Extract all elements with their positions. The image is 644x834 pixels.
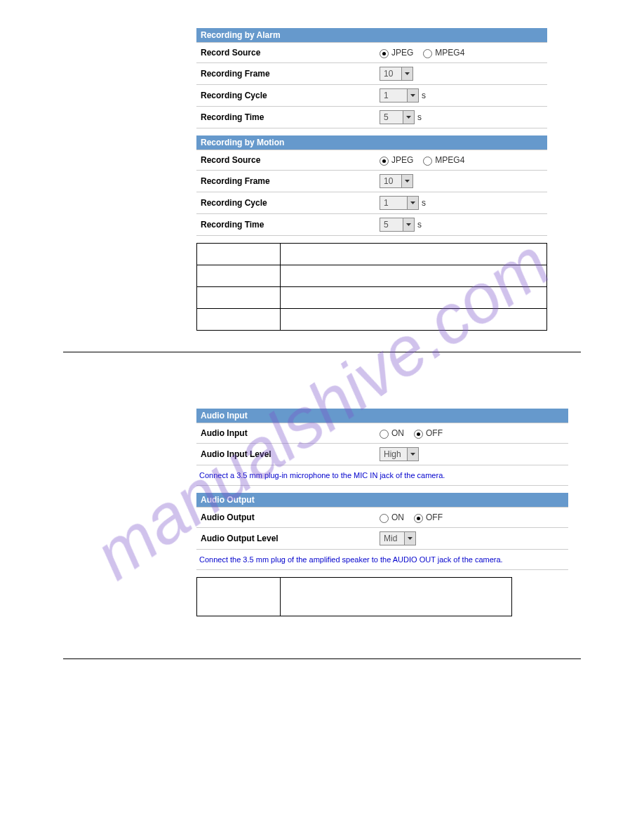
select-value: 5 [380,218,403,231]
panel-recording-by-motion: Recording by Motion Record Source JPEG M… [196,135,547,236]
select-audio-output-level[interactable]: Mid [380,531,416,545]
row-recording-cycle: Recording Cycle 1 s [196,84,547,106]
radio-label-mpeg4: MPEG4 [435,48,464,58]
select-recording-time[interactable]: 5 [380,110,415,124]
select-recording-cycle[interactable]: 1 [380,88,419,102]
table-cell [197,287,281,309]
panel-recording-by-alarm: Recording by Alarm Record Source JPEG MP… [196,28,547,128]
radio-label-off: OFF [426,428,443,438]
svg-marker-4 [410,201,415,204]
section-divider [63,658,581,659]
row-audio-output-level: Audio Output Level Mid [196,527,568,549]
select-recording-frame[interactable]: 10 [380,174,413,188]
panel-audio-output: Audio Output Audio Output ON OFF Audio O… [196,493,568,570]
select-value: 1 [380,89,407,102]
row-recording-frame: Recording Frame 10 [196,62,547,84]
svg-marker-6 [410,453,415,456]
radio-label-jpeg: JPEG [391,48,413,58]
select-audio-input-level[interactable]: High [380,447,419,461]
suffix-s: s [417,220,422,230]
svg-marker-1 [410,94,415,97]
section-divider [63,352,581,352]
row-recording-frame: Recording Frame 10 [196,170,547,192]
row-record-source: Record Source JPEG MPEG4 [196,42,547,62]
label-recording-cycle: Recording Cycle [201,91,380,100]
select-recording-cycle[interactable]: 1 [380,196,419,210]
description-table [196,243,547,331]
note-audio-output: Connect the 3.5 mm plug of the amplified… [196,549,568,569]
select-recording-frame[interactable]: 10 [380,67,413,81]
row-record-source: Record Source JPEG MPEG4 [196,150,547,170]
description-table-2 [196,577,512,616]
chevron-down-icon [401,175,412,187]
label-recording-cycle: Recording Cycle [201,198,380,208]
radio-off[interactable] [414,430,423,439]
row-audio-input: Audio Input ON OFF [196,423,568,443]
label-audio-output: Audio Output [201,512,380,522]
suffix-s: s [417,112,422,122]
label-recording-time: Recording Time [201,220,380,230]
svg-marker-2 [406,116,411,119]
row-audio-output: Audio Output ON OFF [196,507,568,527]
label-recording-frame: Recording Frame [201,69,380,79]
label-recording-frame: Recording Frame [201,176,380,186]
table-cell [197,265,281,287]
radio-label-mpeg4: MPEG4 [435,155,464,165]
chevron-down-icon [407,448,418,461]
suffix-s: s [422,91,426,100]
row-recording-time: Recording Time 5 s [196,106,547,128]
chevron-down-icon [403,111,414,124]
radio-on[interactable] [380,430,389,439]
table-cell [281,287,547,309]
panel-audio-input: Audio Input Audio Input ON OFF Audio Inp… [196,409,568,486]
label-record-source: Record Source [201,155,380,165]
label-recording-time: Recording Time [201,112,380,122]
radio-off[interactable] [414,514,423,523]
label-audio-output-level: Audio Output Level [201,534,380,543]
chevron-down-icon [401,67,412,80]
radio-jpeg[interactable] [380,157,389,166]
select-value: 1 [380,197,407,209]
control-record-source: JPEG MPEG4 [380,48,543,58]
chevron-down-icon [407,89,418,102]
radio-label-on: ON [391,428,404,438]
radio-mpeg4[interactable] [423,157,432,166]
select-recording-time[interactable]: 5 [380,218,415,232]
select-value: 10 [380,67,401,80]
panel-title: Recording by Motion [196,135,547,150]
chevron-down-icon [404,532,415,545]
radio-label-on: ON [391,512,404,522]
panel-title: Audio Output [196,493,568,507]
svg-marker-0 [405,72,410,75]
select-value: Mid [380,532,404,545]
table-cell [197,578,281,616]
row-audio-input-level: Audio Input Level High [196,443,568,465]
radio-on[interactable] [380,514,389,523]
row-recording-cycle: Recording Cycle 1 s [196,192,547,213]
svg-marker-3 [405,180,410,183]
panel-title: Recording by Alarm [196,28,547,42]
table-cell [197,309,281,331]
label-record-source: Record Source [201,48,380,58]
table-cell [281,265,547,287]
svg-marker-7 [408,537,412,540]
table-cell [281,309,547,331]
suffix-s: s [422,198,426,208]
radio-label-jpeg: JPEG [391,155,413,165]
row-recording-time: Recording Time 5 s [196,213,547,235]
table-cell [197,244,281,265]
label-audio-input-level: Audio Input Level [201,449,380,459]
note-audio-input: Connect a 3.5 mm plug-in microphone to t… [196,465,568,485]
table-cell [281,578,512,616]
svg-marker-5 [406,223,411,226]
radio-mpeg4[interactable] [423,49,432,58]
select-value: 10 [380,175,401,187]
radio-jpeg[interactable] [380,49,389,58]
chevron-down-icon [407,197,418,209]
chevron-down-icon [403,218,414,231]
table-cell [281,244,547,265]
radio-label-off: OFF [426,512,443,522]
panel-title: Audio Input [196,409,568,423]
label-audio-input: Audio Input [201,428,380,438]
select-value: 5 [380,111,403,124]
